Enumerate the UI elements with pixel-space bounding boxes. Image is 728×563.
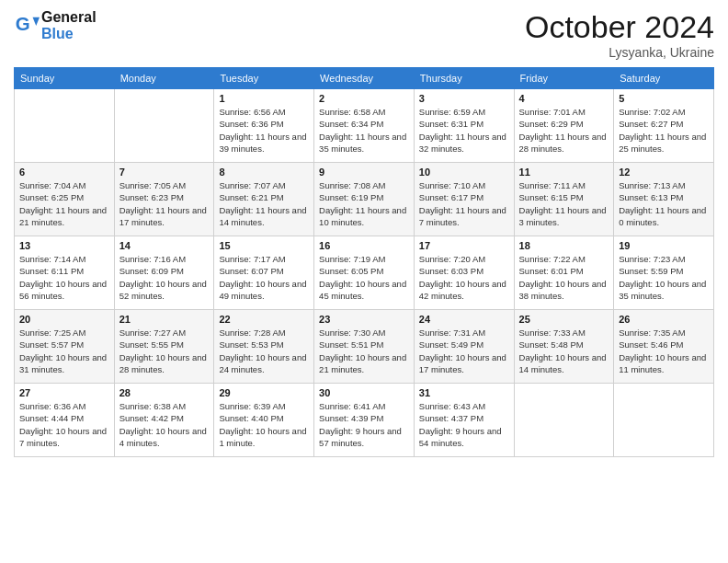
day-info: Sunrise: 7:10 AM Sunset: 6:17 PM Dayligh… (419, 179, 509, 228)
calendar-cell: 18Sunrise: 7:22 AM Sunset: 6:01 PM Dayli… (514, 236, 614, 310)
calendar-cell: 27Sunrise: 6:36 AM Sunset: 4:44 PM Dayli… (15, 384, 115, 457)
calendar-cell: 19Sunrise: 7:23 AM Sunset: 5:59 PM Dayli… (614, 236, 714, 310)
day-number: 26 (619, 314, 709, 325)
calendar-week-row: 20Sunrise: 7:25 AM Sunset: 5:57 PM Dayli… (15, 310, 714, 384)
day-info: Sunrise: 7:28 AM Sunset: 5:53 PM Dayligh… (219, 327, 309, 375)
logo-text: General Blue (41, 9, 97, 41)
calendar-cell: 15Sunrise: 7:17 AM Sunset: 6:07 PM Dayli… (214, 236, 314, 310)
calendar-cell: 29Sunrise: 6:39 AM Sunset: 4:40 PM Dayli… (214, 384, 314, 457)
day-number: 8 (219, 167, 309, 178)
day-info: Sunrise: 7:25 AM Sunset: 5:57 PM Dayligh… (19, 327, 109, 375)
day-info: Sunrise: 7:01 AM Sunset: 6:29 PM Dayligh… (519, 106, 609, 155)
calendar-header-row: SundayMondayTuesdayWednesdayThursdayFrid… (15, 68, 714, 89)
day-info: Sunrise: 7:17 AM Sunset: 6:07 PM Dayligh… (219, 253, 309, 302)
calendar-cell: 21Sunrise: 7:27 AM Sunset: 5:55 PM Dayli… (114, 310, 214, 384)
day-number: 14 (119, 240, 210, 251)
day-number: 27 (19, 387, 109, 398)
day-number: 16 (319, 240, 409, 251)
logo: G General Blue (14, 9, 97, 41)
calendar-weekday-monday: Monday (114, 68, 214, 89)
day-info: Sunrise: 7:30 AM Sunset: 5:51 PM Dayligh… (319, 327, 409, 375)
calendar-week-row: 6Sunrise: 7:04 AM Sunset: 6:25 PM Daylig… (15, 163, 714, 236)
day-info: Sunrise: 7:31 AM Sunset: 5:49 PM Dayligh… (419, 327, 509, 375)
calendar-cell: 30Sunrise: 6:41 AM Sunset: 4:39 PM Dayli… (314, 384, 415, 457)
calendar-cell: 11Sunrise: 7:11 AM Sunset: 6:15 PM Dayli… (514, 163, 614, 236)
calendar-cell: 3Sunrise: 6:59 AM Sunset: 6:31 PM Daylig… (414, 89, 514, 163)
day-number: 25 (519, 314, 609, 325)
day-info: Sunrise: 7:22 AM Sunset: 6:01 PM Dayligh… (519, 253, 609, 302)
calendar-cell (614, 384, 714, 457)
day-info: Sunrise: 7:02 AM Sunset: 6:27 PM Dayligh… (619, 106, 709, 155)
day-info: Sunrise: 7:13 AM Sunset: 6:13 PM Dayligh… (619, 179, 709, 228)
day-info: Sunrise: 7:04 AM Sunset: 6:25 PM Dayligh… (19, 179, 109, 228)
day-number: 5 (619, 93, 709, 104)
day-number: 1 (219, 93, 309, 104)
day-info: Sunrise: 7:14 AM Sunset: 6:11 PM Dayligh… (19, 253, 109, 302)
day-number: 13 (19, 240, 109, 251)
day-number: 21 (119, 314, 210, 325)
calendar-cell: 24Sunrise: 7:31 AM Sunset: 5:49 PM Dayli… (414, 310, 514, 384)
title-block: October 2024 Lysyanka, Ukraine (525, 9, 714, 60)
day-info: Sunrise: 7:27 AM Sunset: 5:55 PM Dayligh… (119, 327, 210, 375)
day-info: Sunrise: 7:23 AM Sunset: 5:59 PM Dayligh… (619, 253, 709, 302)
day-info: Sunrise: 7:33 AM Sunset: 5:48 PM Dayligh… (519, 327, 609, 375)
calendar-cell: 6Sunrise: 7:04 AM Sunset: 6:25 PM Daylig… (15, 163, 115, 236)
calendar-cell (514, 384, 614, 457)
calendar-cell: 7Sunrise: 7:05 AM Sunset: 6:23 PM Daylig… (114, 163, 214, 236)
day-number: 20 (19, 314, 109, 325)
calendar-weekday-wednesday: Wednesday (314, 68, 415, 89)
day-number: 9 (319, 167, 409, 178)
calendar-cell: 25Sunrise: 7:33 AM Sunset: 5:48 PM Dayli… (514, 310, 614, 384)
calendar-weekday-sunday: Sunday (15, 68, 115, 89)
calendar-cell: 12Sunrise: 7:13 AM Sunset: 6:13 PM Dayli… (614, 163, 714, 236)
calendar-weekday-thursday: Thursday (414, 68, 514, 89)
svg-marker-1 (33, 17, 40, 25)
day-number: 19 (619, 240, 709, 251)
calendar-cell: 14Sunrise: 7:16 AM Sunset: 6:09 PM Dayli… (114, 236, 214, 310)
day-info: Sunrise: 7:11 AM Sunset: 6:15 PM Dayligh… (519, 179, 609, 228)
day-info: Sunrise: 6:39 AM Sunset: 4:40 PM Dayligh… (219, 400, 309, 449)
day-number: 22 (219, 314, 309, 325)
day-number: 30 (319, 387, 409, 398)
day-number: 18 (519, 240, 609, 251)
day-number: 7 (119, 167, 210, 178)
calendar-cell: 1Sunrise: 6:56 AM Sunset: 6:36 PM Daylig… (214, 89, 314, 163)
day-number: 24 (419, 314, 509, 325)
day-info: Sunrise: 6:41 AM Sunset: 4:39 PM Dayligh… (319, 400, 409, 449)
day-info: Sunrise: 6:56 AM Sunset: 6:36 PM Dayligh… (219, 106, 309, 155)
day-number: 12 (619, 167, 709, 178)
calendar-table: SundayMondayTuesdayWednesdayThursdayFrid… (14, 67, 714, 457)
calendar-cell: 13Sunrise: 7:14 AM Sunset: 6:11 PM Dayli… (15, 236, 115, 310)
calendar-body: 1Sunrise: 6:56 AM Sunset: 6:36 PM Daylig… (15, 89, 714, 457)
month-title: October 2024 (525, 9, 714, 45)
day-number: 29 (219, 387, 309, 398)
location-subtitle: Lysyanka, Ukraine (525, 45, 714, 60)
day-info: Sunrise: 6:38 AM Sunset: 4:42 PM Dayligh… (119, 400, 210, 449)
page-header: G General Blue October 2024 Lysyanka, Uk… (14, 9, 714, 60)
day-number: 2 (319, 93, 409, 104)
calendar-weekday-saturday: Saturday (614, 68, 714, 89)
calendar-week-row: 13Sunrise: 7:14 AM Sunset: 6:11 PM Dayli… (15, 236, 714, 310)
day-number: 11 (519, 167, 609, 178)
svg-text:G: G (16, 13, 30, 34)
logo-icon: G (14, 13, 40, 39)
calendar-cell: 17Sunrise: 7:20 AM Sunset: 6:03 PM Dayli… (414, 236, 514, 310)
calendar-cell: 9Sunrise: 7:08 AM Sunset: 6:19 PM Daylig… (314, 163, 415, 236)
day-info: Sunrise: 7:35 AM Sunset: 5:46 PM Dayligh… (619, 327, 709, 375)
day-info: Sunrise: 7:20 AM Sunset: 6:03 PM Dayligh… (419, 253, 509, 302)
calendar-cell: 16Sunrise: 7:19 AM Sunset: 6:05 PM Dayli… (314, 236, 415, 310)
day-info: Sunrise: 7:08 AM Sunset: 6:19 PM Dayligh… (319, 179, 409, 228)
day-number: 15 (219, 240, 309, 251)
day-info: Sunrise: 7:05 AM Sunset: 6:23 PM Dayligh… (119, 179, 210, 228)
calendar-cell: 20Sunrise: 7:25 AM Sunset: 5:57 PM Dayli… (15, 310, 115, 384)
day-info: Sunrise: 7:16 AM Sunset: 6:09 PM Dayligh… (119, 253, 210, 302)
day-number: 23 (319, 314, 409, 325)
calendar-cell: 4Sunrise: 7:01 AM Sunset: 6:29 PM Daylig… (514, 89, 614, 163)
calendar-cell: 2Sunrise: 6:58 AM Sunset: 6:34 PM Daylig… (314, 89, 415, 163)
day-info: Sunrise: 6:43 AM Sunset: 4:37 PM Dayligh… (419, 400, 509, 449)
day-info: Sunrise: 7:19 AM Sunset: 6:05 PM Dayligh… (319, 253, 409, 302)
calendar-week-row: 1Sunrise: 6:56 AM Sunset: 6:36 PM Daylig… (15, 89, 714, 163)
day-number: 10 (419, 167, 509, 178)
day-info: Sunrise: 6:58 AM Sunset: 6:34 PM Dayligh… (319, 106, 409, 155)
calendar-cell: 5Sunrise: 7:02 AM Sunset: 6:27 PM Daylig… (614, 89, 714, 163)
